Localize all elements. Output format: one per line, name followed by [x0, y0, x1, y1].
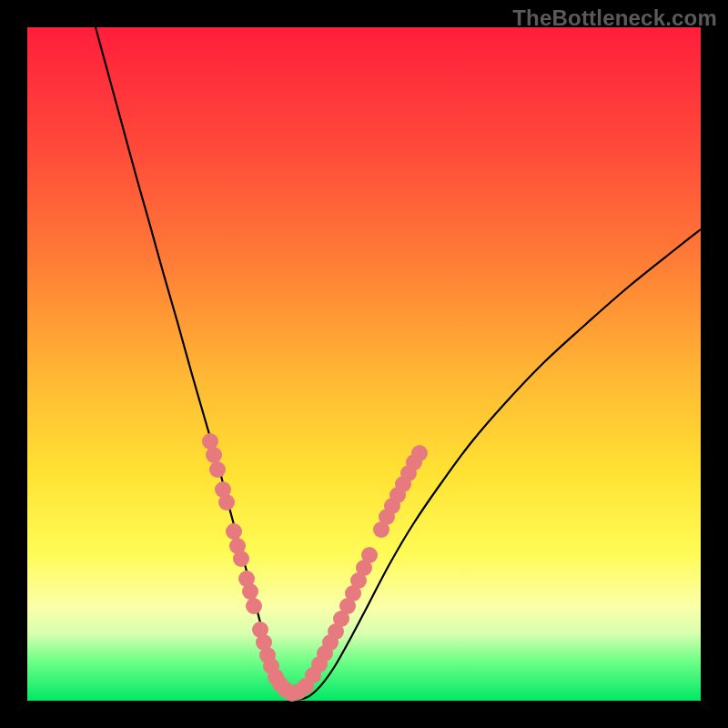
- plot-area: [27, 27, 701, 701]
- marker-dot: [361, 547, 378, 563]
- chart-frame: TheBottleneck.com: [0, 0, 728, 728]
- bottleneck-curve: [96, 27, 701, 699]
- marker-dot: [218, 494, 235, 511]
- curve-layer: [27, 27, 701, 701]
- marker-dot: [411, 445, 428, 461]
- marker-dot: [242, 583, 258, 600]
- marker-dot: [246, 598, 262, 614]
- marker-dot: [209, 461, 226, 478]
- marker-dot: [206, 447, 222, 463]
- marker-dot: [226, 523, 242, 540]
- marker-dot: [233, 551, 249, 567]
- highlight-markers: [202, 433, 428, 702]
